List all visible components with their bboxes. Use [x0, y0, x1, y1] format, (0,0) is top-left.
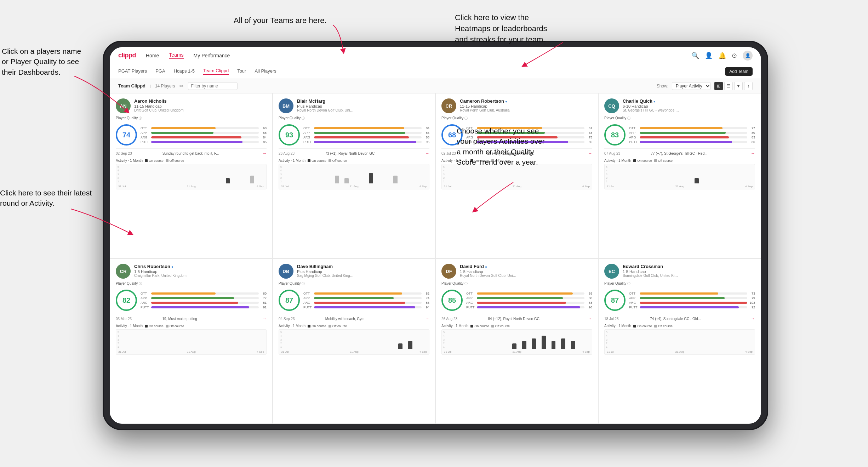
player-name[interactable]: Chris Robertson●: [134, 264, 267, 269]
player-avatar: CQ: [604, 98, 619, 113]
player-name[interactable]: David Ford●: [460, 264, 592, 269]
ott-fill: [640, 292, 718, 295]
putt-fill: [151, 306, 249, 308]
quality-score[interactable]: 93: [279, 124, 300, 146]
sort-button[interactable]: ↕: [744, 82, 753, 90]
putt-bar-row: PUTT 92: [629, 306, 755, 309]
round-arrow-icon[interactable]: →: [588, 316, 592, 321]
player-name[interactable]: Cameron Robertson●: [460, 98, 592, 104]
settings-icon[interactable]: ⊙: [732, 52, 737, 59]
arg-value: 83: [586, 301, 592, 304]
subnav-hcaps[interactable]: Hcaps 1-5: [174, 68, 195, 74]
app-fill: [640, 132, 726, 134]
quality-section[interactable]: 74 OTT 60 APP 58: [116, 124, 267, 146]
player-name[interactable]: Dave Billingham: [297, 264, 429, 269]
quality-label: Player Quality ⓘ: [279, 116, 429, 121]
player-info: Edward Crossman 1-5 Handicap Sunningdale…: [623, 264, 755, 278]
user-icon[interactable]: 👤: [705, 52, 713, 59]
on-course-dot: [145, 325, 148, 328]
quality-score[interactable]: 82: [116, 290, 137, 311]
arg-fill: [640, 136, 729, 138]
ott-value: 73: [749, 292, 755, 295]
quality-section[interactable]: 93 OTT 84 APP 85: [279, 124, 429, 146]
quality-label: Player Quality ⓘ: [604, 116, 755, 121]
chart-bar: [522, 341, 526, 349]
nav-teams[interactable]: Teams: [169, 52, 183, 59]
grid-view-button[interactable]: ⊞: [714, 82, 723, 90]
quality-score[interactable]: 87: [279, 290, 300, 311]
show-select[interactable]: Player Activity Quality Trend: [672, 82, 711, 90]
ott-fill: [151, 127, 216, 129]
filter-button[interactable]: ▼: [734, 82, 743, 90]
putt-fill: [640, 306, 739, 308]
nav-home[interactable]: Home: [146, 53, 159, 58]
player-club: Craigmillar Park, United Kingdom: [134, 274, 191, 278]
app-bar-row: APP 79: [629, 296, 755, 300]
quality-bars: OTT 73 APP 79 ARG: [629, 292, 755, 309]
latest-round-text: 77 (+7), St George's Hill GC - Red...: [651, 152, 722, 155]
player-name[interactable]: Aaron Nicholls: [134, 98, 267, 104]
subnav-all-players[interactable]: All Players: [255, 68, 276, 74]
activity-label: Activity · 1 Month On course Off course: [116, 324, 267, 328]
ott-label: OTT: [141, 126, 150, 130]
latest-round[interactable]: 18 Jul 23 74 (+4), Sunningdale GC - Old.…: [604, 314, 755, 321]
quality-score[interactable]: 85: [441, 290, 463, 311]
add-team-button[interactable]: Add Team: [725, 67, 753, 76]
putt-label: PUTT: [141, 140, 150, 144]
quality-score[interactable]: 87: [604, 290, 626, 311]
latest-round[interactable]: 07 Aug 23 77 (+7), St George's Hill GC -…: [604, 148, 755, 156]
latest-round[interactable]: 04 Sep 23 Mobility with coach, Gym →: [279, 314, 429, 321]
quality-section[interactable]: 83 OTT 77 APP 80: [604, 124, 755, 146]
bell-icon[interactable]: 🔔: [718, 52, 726, 59]
on-course-dot: [633, 159, 636, 162]
latest-date: 26 Aug 23: [279, 152, 295, 155]
quality-score[interactable]: 83: [604, 124, 626, 146]
player-header: DF David Ford● 1-5 Handicap Royal North …: [441, 264, 592, 279]
player-club: Sag Mging Golf Club, United Kingdom: [297, 274, 354, 278]
activity-section: Activity · 1 Month On course Off course …: [441, 324, 592, 355]
off-course-dot: [166, 325, 169, 328]
round-arrow-icon[interactable]: →: [425, 316, 429, 321]
search-icon[interactable]: 🔍: [691, 52, 699, 59]
player-card: CR Chris Robertson● 1-5 Handicap Craigmi…: [110, 259, 272, 423]
round-arrow-icon[interactable]: →: [751, 151, 755, 156]
round-arrow-icon[interactable]: →: [425, 151, 429, 156]
latest-round[interactable]: 26 Aug 23 73 (+1), Royal North Devon GC …: [279, 148, 429, 156]
round-arrow-icon[interactable]: →: [588, 151, 592, 156]
chart-bars: [607, 332, 753, 349]
player-card: EC Edward Crossman 1-5 Handicap Sunningd…: [599, 259, 761, 423]
putt-value: 91: [260, 306, 267, 309]
subnav-pgat[interactable]: PGAT Players: [118, 68, 147, 74]
player-name[interactable]: Blair McHarg: [297, 98, 429, 104]
round-arrow-icon[interactable]: →: [262, 316, 267, 321]
player-name[interactable]: Edward Crossman: [623, 264, 755, 269]
subnav-team-clippd[interactable]: Team Clippd: [203, 68, 229, 75]
quality-label: Player Quality ⓘ: [116, 116, 267, 121]
filter-input[interactable]: [188, 82, 238, 90]
arg-label: ARG: [466, 301, 475, 304]
round-arrow-icon[interactable]: →: [262, 151, 267, 156]
quality-score[interactable]: 74: [116, 124, 137, 146]
latest-round[interactable]: 02 Sep 23 Sunday round to get back into …: [116, 148, 267, 156]
round-arrow-icon[interactable]: →: [751, 316, 755, 321]
avatar[interactable]: 👤: [743, 51, 753, 61]
quality-section[interactable]: 85 OTT 89 APP 80: [441, 290, 592, 311]
activity-section: Activity · 1 Month On course Off course …: [604, 159, 755, 189]
arg-bar-row: ARG 83: [629, 136, 755, 139]
quality-section[interactable]: 87 OTT 73 APP 79: [604, 290, 755, 311]
app-label: APP: [629, 296, 638, 300]
edit-icon[interactable]: ✏: [179, 83, 184, 89]
player-name[interactable]: Charlie Quick●: [623, 98, 755, 104]
quality-section[interactable]: 82 OTT 60 APP 77: [116, 290, 267, 311]
app-label: APP: [466, 296, 475, 300]
player-handicap: 11-15 Handicap: [134, 104, 267, 108]
subnav-tour[interactable]: Tour: [237, 68, 246, 74]
nav-my-performance[interactable]: My Performance: [194, 53, 230, 58]
list-view-button[interactable]: ☰: [724, 82, 733, 90]
subnav-pga[interactable]: PGA: [155, 68, 165, 74]
ipad-screen: clippd Home Teams My Performance 🔍 👤 🔔 ⊙…: [110, 47, 761, 424]
latest-round[interactable]: 26 Aug 23 84 (+12), Royal North Devon GC…: [441, 314, 592, 321]
quality-section[interactable]: 87 OTT 82 APP 74: [279, 290, 429, 311]
ott-label: OTT: [629, 292, 638, 295]
latest-round[interactable]: 03 Mar 23 19, Must make putting →: [116, 314, 267, 321]
